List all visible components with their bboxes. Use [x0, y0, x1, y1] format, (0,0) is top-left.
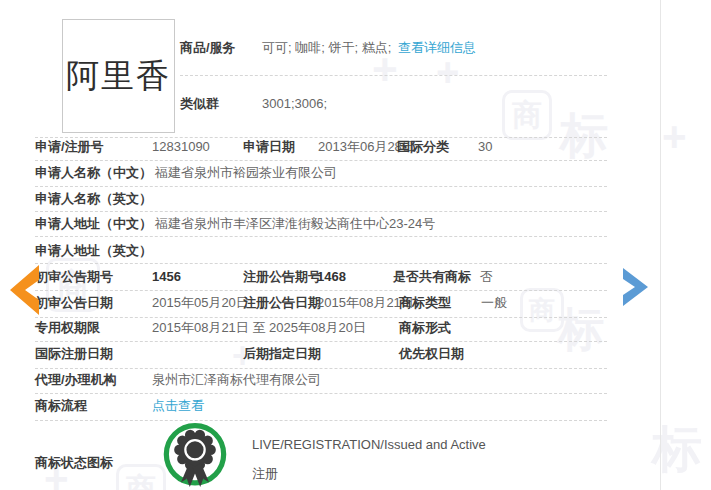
divider: [35, 236, 607, 237]
divider: [180, 75, 607, 76]
address-cn-label: 申请人地址（中文）: [35, 216, 152, 232]
applicant-cn-value: 福建省泉州市裕园茶业有限公司: [155, 165, 337, 181]
app-date-label: 申请日期: [243, 139, 295, 155]
priority-date-label: 优先权日期: [399, 346, 464, 362]
intl-class-value: 30: [478, 139, 492, 155]
status-icon-label: 商标状态图标: [35, 455, 113, 471]
agent-value: 泉州市汇泽商标代理有限公司: [152, 372, 321, 388]
shared-mark-label: 是否共有商标: [393, 269, 471, 285]
divider: [35, 393, 607, 394]
divider: [35, 186, 607, 187]
chevron-right-icon: [623, 268, 648, 306]
divider: [35, 263, 607, 264]
process-label: 商标流程: [35, 398, 87, 414]
intl-reg-date-label: 国际注册日期: [35, 346, 113, 362]
first-gazette-no-label: 初审公告期号: [35, 269, 113, 285]
app-number-value: 12831090: [152, 139, 210, 155]
first-gazette-date-value: 2015年05月20日: [152, 295, 249, 311]
exclusive-period-value: 2015年08月21日 至 2025年08月20日: [152, 320, 366, 336]
status-text-cn: 注册: [252, 466, 278, 482]
first-gazette-date-label: 初审公告日期: [35, 295, 113, 311]
reg-gazette-no-label: 注册公告期号: [243, 269, 321, 285]
similar-group-label: 类似群: [180, 96, 219, 112]
reg-gazette-no-value: 1468: [317, 269, 346, 285]
intl-class-label: 国际分类: [397, 139, 449, 155]
similar-group-value: 3001;3006;: [262, 96, 327, 112]
first-gazette-no-value: 1456: [152, 269, 181, 285]
exclusive-period-label: 专用权期限: [35, 320, 100, 336]
applicant-cn-label: 申请人名称（中文）: [35, 165, 152, 181]
goods-services-label: 商品/服务: [180, 40, 236, 56]
divider: [35, 211, 607, 212]
goods-services-value: 可可; 咖啡; 饼干; 糕点; 查看详细信息: [262, 40, 476, 56]
trademark-detail-panel: + + 商 标 + 商 商 标 + + 商 标 阿里香 商品/服务 可可; 咖啡…: [0, 0, 711, 490]
chevron-left-icon: [10, 265, 39, 315]
later-designation-label: 后期指定日期: [243, 346, 321, 362]
trademark-image: 阿里香: [62, 19, 175, 133]
shared-mark-value: 否: [480, 269, 493, 285]
divider: [35, 317, 607, 318]
tm-type-value: 一般: [481, 295, 507, 311]
app-number-label: 申请/注册号: [35, 139, 104, 155]
process-view-link[interactable]: 点击查看: [152, 398, 204, 414]
applicant-en-label: 申请人名称（英文）: [35, 191, 152, 207]
address-cn-value: 福建省泉州市丰泽区津淮街毅达商住中心23-24号: [155, 216, 435, 232]
view-details-link[interactable]: 查看详细信息: [398, 40, 476, 55]
reg-gazette-date-label: 注册公告日期: [243, 295, 321, 311]
divider: [35, 290, 607, 291]
trademark-name: 阿里香: [66, 54, 171, 99]
divider: [35, 420, 607, 421]
address-en-label: 申请人地址（英文）: [35, 243, 152, 259]
tm-type-label: 商标类型: [399, 295, 451, 311]
divider: [35, 137, 607, 138]
prev-arrow-button[interactable]: [7, 262, 41, 318]
agent-label: 代理/办理机构: [35, 372, 117, 388]
next-arrow-button[interactable]: [621, 266, 649, 308]
divider: [35, 160, 607, 161]
goods-services-text: 可可; 咖啡; 饼干; 糕点;: [262, 40, 391, 55]
divider: [35, 341, 607, 342]
divider: [35, 368, 607, 369]
status-text-en: LIVE/REGISTRATION/Issued and Active: [252, 437, 486, 453]
medal-badge-icon: [150, 423, 240, 490]
tm-form-label: 商标形式: [399, 320, 451, 336]
